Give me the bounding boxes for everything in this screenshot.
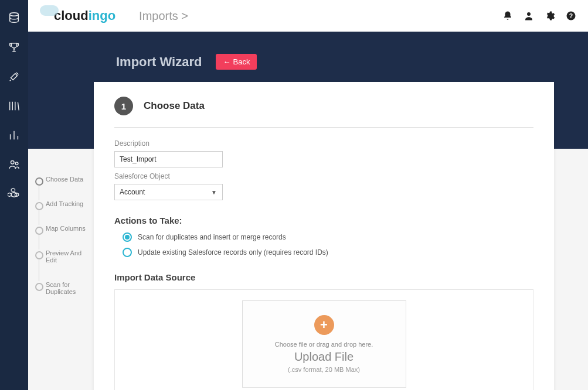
stepper-label: Choose Data	[46, 176, 83, 183]
step-title: Choose Data	[144, 100, 205, 112]
bell-icon[interactable]	[502, 11, 513, 21]
logo[interactable]: cloudingo	[40, 8, 115, 23]
action-option-update[interactable]: Update existing Salesforce records only …	[123, 248, 533, 257]
plus-circle-icon: +	[314, 315, 334, 335]
boxes-icon[interactable]	[8, 187, 21, 200]
upload-container: + Choose file or drag and drop here. Upl…	[114, 289, 533, 390]
logo-text-1: cloud	[54, 8, 89, 23]
action-option-scan[interactable]: Scan for duplicates and insert or merge …	[123, 232, 533, 242]
upload-text: Upload File	[250, 350, 399, 364]
radio-icon[interactable]	[123, 248, 132, 257]
step-number: 1	[114, 97, 133, 115]
chart-icon[interactable]	[8, 129, 21, 142]
stepper-item-map-columns[interactable]: Map Columns	[35, 225, 88, 232]
wizard-card: 1 Choose Data Description Salesforce Obj…	[94, 82, 554, 390]
trophy-icon[interactable]	[8, 41, 21, 54]
action-option-label: Update existing Salesforce records only …	[138, 248, 328, 256]
stepper-item-preview-edit[interactable]: Preview And Edit	[35, 249, 88, 264]
topbar-actions: ?	[502, 11, 576, 21]
description-input[interactable]	[114, 151, 223, 167]
upload-hint: Choose file or drag and drop here.	[250, 341, 399, 348]
stepper-item-add-tracking[interactable]: Add Tracking	[35, 200, 88, 207]
page-title: Import Wizard	[116, 54, 202, 70]
stepper-label: Map Columns	[46, 225, 86, 232]
import-source-title: Import Data Source	[114, 272, 533, 282]
salesforce-object-select[interactable]: ▼	[114, 184, 223, 200]
salesforce-object-value[interactable]	[114, 184, 223, 200]
back-button[interactable]: ← Back	[216, 54, 257, 70]
arrow-left-icon: ←	[223, 57, 230, 66]
user-icon[interactable]	[524, 11, 534, 21]
help-icon[interactable]: ?	[566, 11, 576, 21]
svg-point-1	[11, 161, 15, 165]
radio-icon[interactable]	[123, 232, 132, 242]
upload-sub: (.csv format, 20 MB Max)	[250, 366, 399, 373]
wizard-stepper: Choose Data Add Tracking Map Columns Pre…	[35, 176, 88, 313]
gear-icon[interactable]	[545, 11, 555, 21]
svg-text:?: ?	[569, 12, 573, 19]
salesforce-object-label: Salesforce Object	[114, 172, 533, 180]
users-icon[interactable]	[8, 158, 21, 171]
left-nav-rail	[0, 0, 28, 390]
upload-dropzone[interactable]: + Choose file or drag and drop here. Upl…	[242, 300, 406, 388]
svg-point-0	[10, 13, 19, 16]
breadcrumb[interactable]: Imports >	[139, 9, 188, 23]
logo-text-2: ingo	[89, 8, 115, 23]
stepper-item-choose-data[interactable]: Choose Data	[35, 176, 88, 183]
topbar: cloudingo Imports > ?	[28, 0, 588, 32]
stepper-label: Preview And Edit	[46, 249, 81, 264]
actions-title: Actions to Take:	[114, 215, 533, 225]
tools-icon[interactable]	[8, 70, 21, 83]
library-icon[interactable]	[8, 100, 21, 112]
stepper-label: Add Tracking	[46, 200, 83, 207]
stepper-item-scan-duplicates[interactable]: Scan for Duplicates	[35, 281, 88, 295]
back-button-label: Back	[233, 57, 250, 66]
svg-point-3	[527, 12, 531, 16]
step-header: 1 Choose Data	[114, 97, 533, 128]
database-icon[interactable]	[8, 12, 21, 25]
cloud-icon	[40, 5, 59, 16]
stepper-label: Scan for Duplicates	[46, 281, 76, 295]
action-option-label: Scan for duplicates and insert or merge …	[138, 233, 286, 241]
description-label: Description	[114, 139, 533, 148]
svg-point-2	[15, 162, 18, 165]
